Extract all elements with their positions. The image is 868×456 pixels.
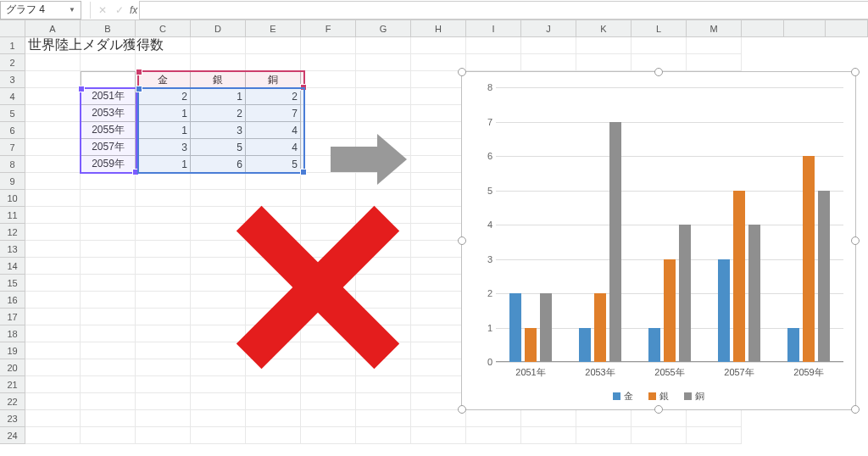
column-header[interactable]: A xyxy=(25,20,81,37)
cell[interactable] xyxy=(246,173,301,190)
cell[interactable] xyxy=(25,173,81,190)
cell[interactable] xyxy=(25,427,81,444)
cell[interactable] xyxy=(356,393,411,410)
cell[interactable] xyxy=(246,376,301,393)
cell[interactable] xyxy=(576,410,632,427)
title-cell[interactable]: 世界陸上メダル獲得数 xyxy=(25,37,81,54)
cell[interactable] xyxy=(301,427,356,444)
column-header[interactable]: F xyxy=(301,20,356,37)
cell[interactable] xyxy=(136,54,191,71)
bar-group[interactable]: 2057年 xyxy=(714,191,765,363)
cell[interactable] xyxy=(301,410,356,427)
cell[interactable] xyxy=(576,54,632,71)
cell[interactable] xyxy=(301,105,356,122)
cell[interactable] xyxy=(411,37,466,54)
cell[interactable] xyxy=(687,427,742,444)
cell[interactable] xyxy=(136,258,191,275)
cell[interactable] xyxy=(136,37,191,54)
bar[interactable] xyxy=(733,191,745,363)
cell[interactable] xyxy=(81,342,136,359)
cell[interactable] xyxy=(136,173,191,190)
cell[interactable] xyxy=(81,258,136,275)
column-header[interactable]: J xyxy=(521,20,576,37)
bar[interactable] xyxy=(609,122,621,363)
bar[interactable] xyxy=(664,259,676,363)
cell[interactable] xyxy=(81,37,136,54)
bar[interactable] xyxy=(679,225,691,362)
cell[interactable] xyxy=(632,427,687,444)
cell[interactable] xyxy=(356,37,411,54)
row-header[interactable]: 9 xyxy=(0,173,25,190)
cell[interactable] xyxy=(81,71,136,88)
cell[interactable] xyxy=(356,105,411,122)
cell[interactable] xyxy=(356,427,411,444)
name-box[interactable]: グラフ 4 ▼ xyxy=(0,1,81,19)
cell[interactable] xyxy=(411,258,466,275)
cell[interactable] xyxy=(411,410,466,427)
cell[interactable] xyxy=(576,37,632,54)
cell[interactable] xyxy=(136,393,191,410)
row-header[interactable]: 4 xyxy=(0,88,25,105)
cell[interactable] xyxy=(411,427,466,444)
resize-handle[interactable] xyxy=(851,236,860,245)
cell[interactable] xyxy=(81,292,136,309)
cell[interactable] xyxy=(25,325,81,342)
row-header[interactable]: 23 xyxy=(0,410,25,427)
cell[interactable] xyxy=(25,376,81,393)
row-header[interactable]: 19 xyxy=(0,342,25,359)
plot-area[interactable]: 0123456782051年2053年2055年2057年2059年 xyxy=(496,87,843,362)
cell[interactable] xyxy=(246,410,301,427)
cell[interactable] xyxy=(25,410,81,427)
cell[interactable] xyxy=(81,224,136,241)
bar[interactable] xyxy=(525,328,537,363)
cell[interactable] xyxy=(25,139,81,156)
cell[interactable] xyxy=(25,88,81,105)
formula-input[interactable] xyxy=(139,1,868,19)
cell[interactable] xyxy=(356,54,411,71)
cell[interactable] xyxy=(191,54,246,71)
row-header[interactable]: 5 xyxy=(0,105,25,122)
cell[interactable] xyxy=(356,88,411,105)
bar[interactable] xyxy=(818,191,830,363)
column-header[interactable]: H xyxy=(411,20,466,37)
bar[interactable] xyxy=(718,259,730,363)
cell[interactable] xyxy=(466,410,521,427)
column-header[interactable]: G xyxy=(356,20,411,37)
cell[interactable] xyxy=(136,342,191,359)
row-header[interactable]: 13 xyxy=(0,241,25,258)
cell[interactable] xyxy=(411,309,466,325)
cell[interactable] xyxy=(411,88,466,105)
bar[interactable] xyxy=(803,156,815,362)
cell[interactable] xyxy=(25,309,81,325)
cell[interactable] xyxy=(81,275,136,292)
cell[interactable] xyxy=(301,376,356,393)
row-header[interactable]: 22 xyxy=(0,393,25,410)
bar[interactable] xyxy=(748,225,760,362)
bar-group[interactable]: 2059年 xyxy=(783,156,834,362)
column-header[interactable]: K xyxy=(576,20,632,37)
cell[interactable] xyxy=(81,427,136,444)
row-header[interactable]: 24 xyxy=(0,427,25,444)
cell[interactable] xyxy=(25,71,81,88)
cell[interactable] xyxy=(136,241,191,258)
row-header[interactable]: 16 xyxy=(0,292,25,309)
cell[interactable] xyxy=(687,410,742,427)
cell[interactable] xyxy=(25,54,81,71)
bar-group[interactable]: 2055年 xyxy=(644,225,695,362)
cell[interactable] xyxy=(81,393,136,410)
cell[interactable] xyxy=(411,275,466,292)
resize-handle[interactable] xyxy=(851,68,860,76)
cell[interactable] xyxy=(81,241,136,258)
row-header[interactable]: 12 xyxy=(0,224,25,241)
cell[interactable] xyxy=(81,359,136,376)
column-header[interactable]: I xyxy=(466,20,521,37)
chart-object[interactable]: 0123456782051年2053年2055年2057年2059年 金銀銅 xyxy=(461,71,856,410)
cell[interactable] xyxy=(246,190,301,207)
row-header[interactable]: 14 xyxy=(0,258,25,275)
cell[interactable] xyxy=(191,37,246,54)
row-header[interactable]: 3 xyxy=(0,71,25,88)
resize-handle[interactable] xyxy=(851,405,860,414)
cell[interactable] xyxy=(25,393,81,410)
cell[interactable] xyxy=(81,309,136,325)
cell[interactable] xyxy=(136,309,191,325)
